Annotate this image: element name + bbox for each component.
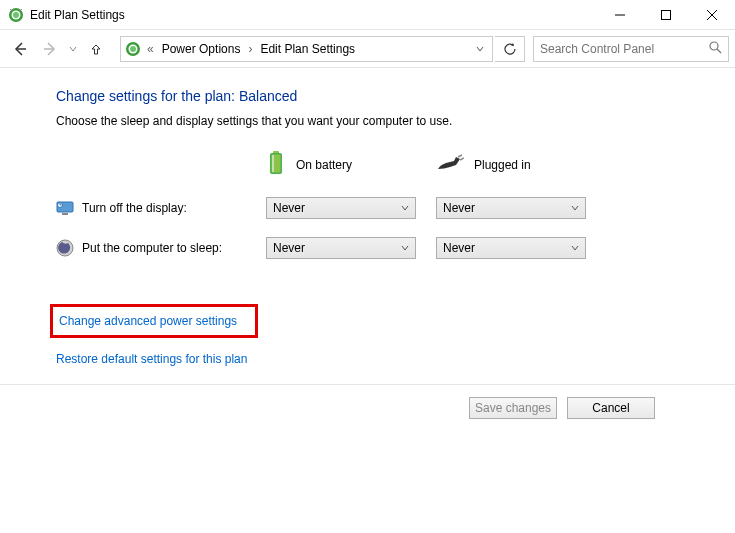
sleep-battery-dropdown[interactable]: Never	[266, 237, 416, 259]
minimize-button[interactable]	[597, 0, 643, 29]
plug-icon	[436, 153, 464, 176]
change-advanced-link[interactable]: Change advanced power settings	[50, 304, 258, 338]
sleep-plugged-dropdown[interactable]: Never	[436, 237, 586, 259]
address-dropdown[interactable]	[472, 42, 488, 56]
links-block: Change advanced power settings Restore d…	[56, 304, 735, 366]
breadcrumb-edit-plan-settings[interactable]: Edit Plan Settings	[258, 42, 357, 56]
sleep-battery-value: Never	[273, 241, 305, 255]
maximize-button[interactable]	[643, 0, 689, 29]
chevron-right-icon: ›	[246, 42, 254, 56]
cancel-button[interactable]: Cancel	[567, 397, 655, 419]
content-area: Change settings for the plan: Balanced C…	[0, 68, 735, 366]
on-battery-label: On battery	[296, 158, 352, 172]
chevron-down-icon	[401, 241, 409, 255]
search-input[interactable]	[540, 42, 709, 56]
turn-off-display-label: Turn off the display:	[82, 201, 187, 215]
display-icon	[56, 199, 74, 217]
footer-buttons: Save changes Cancel	[0, 397, 735, 419]
divider	[0, 384, 735, 385]
on-battery-header: On battery	[266, 150, 436, 179]
page-description: Choose the sleep and display settings th…	[56, 114, 735, 128]
window-title: Edit Plan Settings	[30, 8, 597, 22]
forward-button[interactable]	[36, 35, 64, 63]
search-box[interactable]	[533, 36, 729, 62]
sleep-icon	[56, 239, 74, 257]
svg-rect-21	[62, 213, 68, 215]
svg-line-13	[717, 49, 721, 53]
save-changes-button[interactable]: Save changes	[469, 397, 557, 419]
refresh-button[interactable]	[495, 36, 525, 62]
power-options-icon	[8, 7, 24, 23]
sleep-label: Put the computer to sleep:	[82, 241, 222, 255]
chevron-down-icon	[571, 241, 579, 255]
restore-defaults-link[interactable]: Restore default settings for this plan	[56, 352, 735, 366]
navigation-bar: « Power Options › Edit Plan Settings	[0, 30, 735, 68]
up-button[interactable]	[82, 35, 110, 63]
settings-grid: On battery Plugged in Turn off the displ…	[56, 150, 735, 259]
plugged-in-label: Plugged in	[474, 158, 531, 172]
display-battery-value: Never	[273, 201, 305, 215]
svg-point-11	[130, 46, 136, 52]
turn-off-display-row: Turn off the display:	[56, 199, 266, 217]
svg-rect-4	[662, 10, 671, 19]
svg-line-18	[458, 155, 462, 157]
breadcrumb-power-options[interactable]: Power Options	[160, 42, 243, 56]
plugged-in-header: Plugged in	[436, 153, 606, 176]
chevron-down-icon	[401, 201, 409, 215]
window-controls	[597, 0, 735, 29]
page-title: Change settings for the plan: Balanced	[56, 88, 735, 104]
sleep-row: Put the computer to sleep:	[56, 239, 266, 257]
svg-rect-17	[272, 155, 274, 172]
battery-icon	[266, 150, 286, 179]
sleep-plugged-value: Never	[443, 241, 475, 255]
address-bar[interactable]: « Power Options › Edit Plan Settings	[120, 36, 493, 62]
search-icon	[709, 41, 722, 57]
close-button[interactable]	[689, 0, 735, 29]
display-plugged-value: Never	[443, 201, 475, 215]
back-button[interactable]	[6, 35, 34, 63]
svg-point-2	[13, 12, 19, 18]
display-plugged-dropdown[interactable]: Never	[436, 197, 586, 219]
display-battery-dropdown[interactable]: Never	[266, 197, 416, 219]
power-options-icon	[125, 41, 141, 57]
svg-line-19	[460, 158, 464, 160]
breadcrumb-root-chevron[interactable]: «	[145, 42, 156, 56]
history-dropdown[interactable]	[66, 35, 80, 63]
title-bar: Edit Plan Settings	[0, 0, 735, 30]
svg-point-12	[710, 42, 718, 50]
chevron-down-icon	[571, 201, 579, 215]
